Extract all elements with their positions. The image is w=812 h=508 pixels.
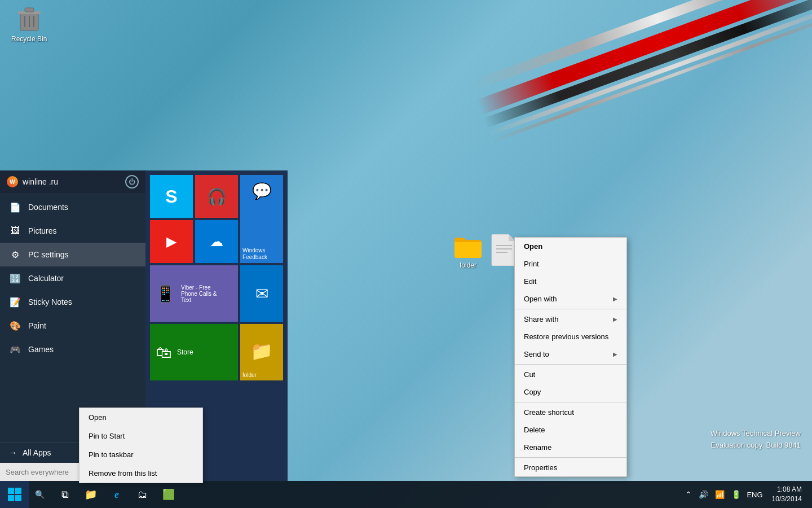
language-indicator[interactable]: ENG	[743, 491, 766, 499]
ctx-item-send_to[interactable]: Send to▶	[515, 345, 626, 363]
ctx-item-edit[interactable]: Edit	[515, 273, 626, 290]
tile-folder[interactable]: 📁 folder	[240, 324, 283, 380]
sidebar-item-paint[interactable]: 🎨 Paint	[0, 314, 145, 338]
tray-icon-3[interactable]: 🔋	[729, 489, 743, 500]
store-taskbar-icon: 🟩	[162, 488, 175, 501]
nav-ctx-remove[interactable]: Remove from this list	[80, 464, 202, 483]
winline-logo: W	[7, 176, 18, 187]
ctx-label-copy: Copy	[524, 388, 541, 396]
windows-logo-icon	[8, 488, 21, 501]
sidebar-item-pictures[interactable]: 🖼 Pictures	[0, 219, 145, 243]
sidebar-item-pc_settings[interactable]: ⚙ PC settings	[0, 243, 145, 266]
start-button[interactable]	[0, 481, 29, 508]
documents-icon: 📄	[9, 201, 21, 213]
task-view-taskbar-icon: ⧉	[61, 489, 69, 501]
explorer-taskbar-icon: 📁	[85, 488, 97, 501]
sidebar-item-sticky_notes[interactable]: 📝 Sticky Notes	[0, 290, 145, 314]
tray-icon-1[interactable]: 🔊	[696, 489, 710, 500]
ctx-item-properties[interactable]: Properties	[515, 459, 626, 476]
tile-store[interactable]: 🛍 Store	[150, 324, 238, 380]
folder-tile-icon: 📁	[250, 340, 273, 362]
pictures-icon: 🖼	[9, 225, 21, 237]
nav-ctx-pin_taskbar[interactable]: Pin to taskbar	[80, 445, 202, 464]
desktop: Recycle Bin folder OpenPrintEditOpen wit…	[0, 0, 812, 508]
ctx-label-delete: Delete	[524, 426, 545, 434]
ctx-item-cut[interactable]: Cut	[515, 366, 626, 383]
store-icon: 🛍	[156, 343, 171, 362]
username-label: winline .ru	[23, 177, 58, 186]
taskbar-icon-store[interactable]: 🟩	[156, 481, 181, 508]
taskbar-icon-file-manager[interactable]: 🗂	[130, 481, 155, 508]
store-label: Store	[177, 348, 193, 356]
sidebar-item-calculator[interactable]: 🔢 Calculator	[0, 266, 145, 290]
youtube-icon: ▶	[166, 234, 176, 249]
svg-rect-12	[15, 495, 21, 501]
ctx-item-delete[interactable]: Delete	[515, 421, 626, 439]
ctx-arrow-send_to: ▶	[613, 351, 617, 357]
svg-rect-2	[25, 8, 34, 12]
ctx-label-send_to: Send to	[524, 350, 549, 358]
taskbar-right: ⌃🔊📶🔋 ENG 1:08 AM 10/3/2014	[683, 481, 812, 508]
sidebar-item-documents[interactable]: 📄 Documents	[0, 195, 145, 219]
recycle-bin-svg	[16, 6, 43, 33]
ctx-item-rename[interactable]: Rename	[515, 439, 626, 456]
ctx-item-print[interactable]: Print	[515, 255, 626, 273]
ctx-separator	[515, 364, 626, 365]
ctx-item-copy[interactable]: Copy	[515, 383, 626, 401]
file-context-menu: OpenPrintEditOpen with▶Share with▶Restor…	[514, 237, 627, 477]
ctx-item-open[interactable]: Open	[515, 238, 626, 255]
nav-ctx-open[interactable]: Open	[80, 408, 202, 427]
viber-icon: 📱	[156, 284, 175, 303]
ctx-separator	[515, 402, 626, 402]
ctx-item-share_with[interactable]: Share with▶	[515, 310, 626, 328]
power-button[interactable]: ⏻	[125, 175, 139, 189]
taskbar-search-button[interactable]: 🔍	[29, 481, 50, 508]
ctx-label-properties: Properties	[524, 463, 557, 472]
nav-ctx-pin_start[interactable]: Pin to Start	[80, 427, 202, 445]
tray-icon-0[interactable]: ⌃	[683, 489, 694, 500]
ctx-label-open_with: Open with	[524, 295, 557, 303]
onedrive-icon: ☁	[210, 234, 223, 249]
ctx-item-open_with[interactable]: Open with▶	[515, 290, 626, 308]
tile-headphones[interactable]: 🎧	[195, 175, 238, 218]
windows-preview-text: Windows Technical Preview Evaluation cop…	[710, 428, 801, 452]
tray-icon-2[interactable]: 📶	[713, 489, 727, 500]
paint-icon: 🎨	[9, 319, 21, 332]
tile-skype[interactable]: S	[150, 175, 193, 218]
taskbar-icon-task-view[interactable]: ⧉	[52, 481, 77, 508]
win-preview-line2: Evaluation copy. Build 9841	[710, 440, 801, 452]
desktop-folder-1[interactable]: folder	[453, 234, 483, 269]
viber-label: Viber - FreePhone Calls &Text	[181, 284, 217, 303]
taskbar-clock[interactable]: 1:08 AM 10/3/2014	[766, 485, 807, 504]
games-icon: 🎮	[9, 343, 21, 356]
ctx-label-cut: Cut	[524, 370, 535, 379]
svg-rect-10	[15, 488, 21, 494]
ctx-item-restore_previous[interactable]: Restore previous versions	[515, 328, 626, 345]
skype-icon: S	[165, 186, 177, 207]
tile-viber[interactable]: 📱 Viber - FreePhone Calls &Text	[150, 265, 238, 322]
ctx-label-share_with: Share with	[524, 315, 558, 323]
ctx-item-create_shortcut[interactable]: Create shortcut	[515, 404, 626, 421]
desktop-file-1[interactable]	[491, 234, 518, 268]
sidebar-item-games[interactable]: 🎮 Games	[0, 338, 145, 361]
ctx-label-restore_previous: Restore previous versions	[524, 332, 608, 341]
start-username: W winline .ru	[7, 176, 58, 187]
taskbar-icon-explorer[interactable]: 📁	[78, 481, 103, 508]
tile-onedrive[interactable]: ☁	[195, 220, 238, 263]
ctx-label-print: Print	[524, 260, 539, 268]
recycle-bin-icon[interactable]: Recycle Bin	[11, 6, 47, 43]
feedback-icon: 💬	[252, 182, 272, 200]
tile-youtube[interactable]: ▶	[150, 220, 193, 263]
pc_settings-icon: ⚙	[9, 248, 21, 261]
taskbar-icon-ie[interactable]: e	[104, 481, 129, 508]
start-menu: W winline .ru ⏻ 📄 Documents 🖼 Pictures ⚙…	[0, 170, 288, 481]
tile-mail[interactable]: ✉	[240, 265, 283, 322]
taskbar-search-icon: 🔍	[35, 490, 45, 499]
tile-windows-feedback[interactable]: 💬 WindowsFeedback	[240, 175, 283, 263]
file-svg	[491, 234, 518, 266]
calculator-icon: 🔢	[9, 272, 21, 284]
all-apps-label: All Apps	[23, 448, 51, 457]
win-preview-line1: Windows Technical Preview	[710, 428, 801, 440]
taskbar-icons: ⧉📁e🗂🟩	[52, 481, 181, 508]
paint-label: Paint	[28, 321, 46, 330]
